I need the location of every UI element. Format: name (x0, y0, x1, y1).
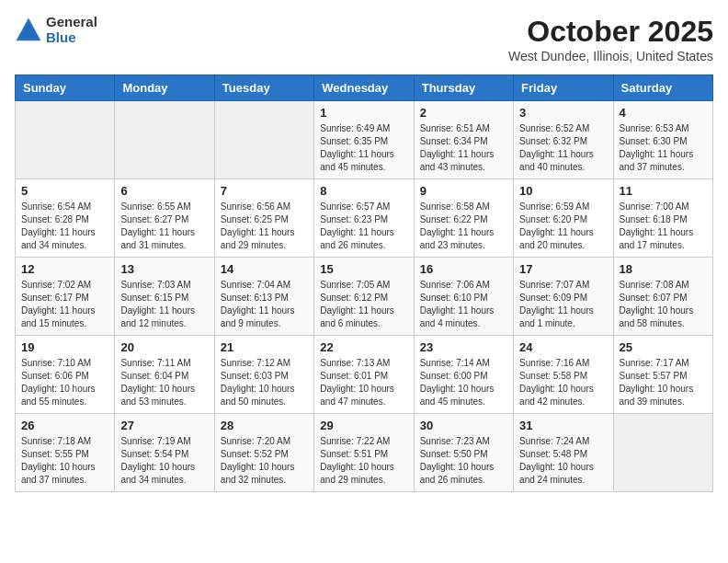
calendar-cell: 14Sunrise: 7:04 AMSunset: 6:13 PMDayligh… (214, 258, 313, 336)
day-info: Sunrise: 7:03 AMSunset: 6:15 PMDaylight:… (120, 279, 208, 330)
weekday-header-tuesday: Tuesday (214, 75, 313, 101)
day-number: 7 (221, 184, 308, 198)
day-number: 19 (21, 340, 108, 354)
day-info: Sunrise: 6:57 AMSunset: 6:23 PMDaylight:… (320, 201, 407, 252)
weekday-header-row: SundayMondayTuesdayWednesdayThursdayFrid… (16, 75, 713, 101)
calendar-cell: 31Sunrise: 7:24 AMSunset: 5:48 PMDayligh… (514, 414, 613, 492)
weekday-header-friday: Friday (514, 75, 613, 101)
calendar-cell: 3Sunrise: 6:52 AMSunset: 6:32 PMDaylight… (514, 101, 613, 179)
day-info: Sunrise: 7:02 AMSunset: 6:17 PMDaylight:… (21, 279, 108, 330)
calendar-cell: 16Sunrise: 7:06 AMSunset: 6:10 PMDayligh… (414, 258, 513, 336)
day-info: Sunrise: 7:04 AMSunset: 6:13 PMDaylight:… (221, 279, 308, 330)
day-number: 15 (320, 262, 407, 276)
calendar-cell: 12Sunrise: 7:02 AMSunset: 6:17 PMDayligh… (16, 258, 115, 336)
calendar-cell: 28Sunrise: 7:20 AMSunset: 5:52 PMDayligh… (214, 414, 313, 492)
day-info: Sunrise: 7:16 AMSunset: 5:58 PMDaylight:… (519, 357, 607, 408)
month-title: October 2025 (508, 15, 713, 49)
weekday-header-thursday: Thursday (414, 75, 513, 101)
logo-blue: Blue (46, 30, 97, 46)
calendar-cell: 9Sunrise: 6:58 AMSunset: 6:22 PMDaylight… (414, 179, 513, 258)
day-info: Sunrise: 7:13 AMSunset: 6:01 PMDaylight:… (320, 357, 407, 408)
day-number: 5 (21, 184, 108, 198)
day-info: Sunrise: 7:17 AMSunset: 5:57 PMDaylight:… (620, 357, 707, 408)
day-info: Sunrise: 7:05 AMSunset: 6:12 PMDaylight:… (320, 279, 407, 330)
calendar-cell: 4Sunrise: 6:53 AMSunset: 6:30 PMDaylight… (613, 101, 712, 179)
calendar-cell: 8Sunrise: 6:57 AMSunset: 6:23 PMDaylight… (314, 179, 414, 258)
day-number: 8 (320, 184, 407, 198)
calendar-table: SundayMondayTuesdayWednesdayThursdayFrid… (15, 75, 713, 492)
day-number: 9 (420, 184, 507, 198)
day-info: Sunrise: 7:12 AMSunset: 6:03 PMDaylight:… (221, 357, 308, 408)
day-info: Sunrise: 6:58 AMSunset: 6:22 PMDaylight:… (420, 201, 507, 252)
weekday-header-monday: Monday (115, 75, 214, 101)
day-info: Sunrise: 7:23 AMSunset: 5:50 PMDaylight:… (420, 435, 507, 487)
weekday-header-wednesday: Wednesday (314, 75, 414, 101)
day-info: Sunrise: 6:54 AMSunset: 6:28 PMDaylight:… (21, 201, 108, 252)
day-number: 20 (120, 340, 208, 354)
day-number: 26 (21, 419, 108, 432)
calendar-cell: 27Sunrise: 7:19 AMSunset: 5:54 PMDayligh… (115, 414, 214, 492)
day-number: 21 (221, 340, 308, 354)
day-number: 11 (620, 184, 707, 198)
day-number: 30 (420, 419, 507, 432)
day-info: Sunrise: 7:14 AMSunset: 6:00 PMDaylight:… (420, 357, 507, 408)
day-info: Sunrise: 6:51 AMSunset: 6:34 PMDaylight:… (420, 122, 507, 174)
week-row-3: 19Sunrise: 7:10 AMSunset: 6:06 PMDayligh… (16, 336, 713, 414)
day-number: 2 (420, 106, 507, 120)
calendar-cell: 20Sunrise: 7:11 AMSunset: 6:04 PMDayligh… (115, 336, 214, 414)
day-number: 16 (420, 262, 507, 276)
day-info: Sunrise: 7:06 AMSunset: 6:10 PMDaylight:… (420, 279, 507, 330)
week-row-4: 26Sunrise: 7:18 AMSunset: 5:55 PMDayligh… (16, 414, 713, 492)
weekday-header-saturday: Saturday (613, 75, 712, 101)
day-number: 12 (21, 262, 108, 276)
logo: General Blue (15, 15, 97, 45)
calendar-cell: 30Sunrise: 7:23 AMSunset: 5:50 PMDayligh… (414, 414, 513, 492)
day-info: Sunrise: 7:08 AMSunset: 6:07 PMDaylight:… (620, 279, 707, 330)
day-number: 4 (620, 106, 707, 120)
day-info: Sunrise: 6:56 AMSunset: 6:25 PMDaylight:… (221, 201, 308, 252)
day-number: 14 (221, 262, 308, 276)
calendar-cell: 6Sunrise: 6:55 AMSunset: 6:27 PMDaylight… (115, 179, 214, 258)
day-info: Sunrise: 7:07 AMSunset: 6:09 PMDaylight:… (519, 279, 607, 330)
day-number: 10 (519, 184, 607, 198)
day-info: Sunrise: 7:10 AMSunset: 6:06 PMDaylight:… (21, 357, 108, 408)
calendar-cell (16, 101, 115, 179)
week-row-0: 1Sunrise: 6:49 AMSunset: 6:35 PMDaylight… (16, 101, 713, 179)
day-info: Sunrise: 6:55 AMSunset: 6:27 PMDaylight:… (120, 201, 208, 252)
calendar-cell: 10Sunrise: 6:59 AMSunset: 6:20 PMDayligh… (514, 179, 613, 258)
day-info: Sunrise: 6:49 AMSunset: 6:35 PMDaylight:… (320, 122, 407, 174)
week-row-1: 5Sunrise: 6:54 AMSunset: 6:28 PMDaylight… (16, 179, 713, 258)
day-info: Sunrise: 7:20 AMSunset: 5:52 PMDaylight:… (221, 435, 308, 487)
day-info: Sunrise: 7:19 AMSunset: 5:54 PMDaylight:… (120, 435, 208, 487)
calendar-cell: 7Sunrise: 6:56 AMSunset: 6:25 PMDaylight… (214, 179, 313, 258)
day-number: 22 (320, 340, 407, 354)
calendar-cell: 5Sunrise: 6:54 AMSunset: 6:28 PMDaylight… (16, 179, 115, 258)
day-number: 18 (620, 262, 707, 276)
day-number: 6 (120, 184, 208, 198)
logo-general: General (46, 15, 97, 30)
calendar-cell: 13Sunrise: 7:03 AMSunset: 6:15 PMDayligh… (115, 258, 214, 336)
calendar-cell: 29Sunrise: 7:22 AMSunset: 5:51 PMDayligh… (314, 414, 414, 492)
calendar-cell: 11Sunrise: 7:00 AMSunset: 6:18 PMDayligh… (613, 179, 712, 258)
calendar-cell: 17Sunrise: 7:07 AMSunset: 6:09 PMDayligh… (514, 258, 613, 336)
day-info: Sunrise: 7:00 AMSunset: 6:18 PMDaylight:… (620, 201, 707, 252)
day-info: Sunrise: 7:18 AMSunset: 5:55 PMDaylight:… (21, 435, 108, 487)
calendar-cell (613, 414, 712, 492)
day-info: Sunrise: 6:59 AMSunset: 6:20 PMDaylight:… (519, 201, 607, 252)
day-number: 17 (519, 262, 607, 276)
calendar-cell (214, 101, 313, 179)
location: West Dundee, Illinois, United States (508, 49, 713, 63)
day-info: Sunrise: 7:22 AMSunset: 5:51 PMDaylight:… (320, 435, 407, 487)
svg-marker-1 (18, 22, 40, 39)
day-number: 31 (519, 419, 607, 432)
day-info: Sunrise: 6:53 AMSunset: 6:30 PMDaylight:… (620, 122, 707, 174)
day-info: Sunrise: 6:52 AMSunset: 6:32 PMDaylight:… (519, 122, 607, 174)
calendar-cell: 15Sunrise: 7:05 AMSunset: 6:12 PMDayligh… (314, 258, 414, 336)
day-number: 29 (320, 419, 407, 432)
day-info: Sunrise: 7:11 AMSunset: 6:04 PMDaylight:… (120, 357, 208, 408)
calendar-cell: 23Sunrise: 7:14 AMSunset: 6:00 PMDayligh… (414, 336, 513, 414)
calendar-cell: 19Sunrise: 7:10 AMSunset: 6:06 PMDayligh… (16, 336, 115, 414)
week-row-2: 12Sunrise: 7:02 AMSunset: 6:17 PMDayligh… (16, 258, 713, 336)
calendar-cell: 1Sunrise: 6:49 AMSunset: 6:35 PMDaylight… (314, 101, 414, 179)
calendar-cell: 2Sunrise: 6:51 AMSunset: 6:34 PMDaylight… (414, 101, 513, 179)
